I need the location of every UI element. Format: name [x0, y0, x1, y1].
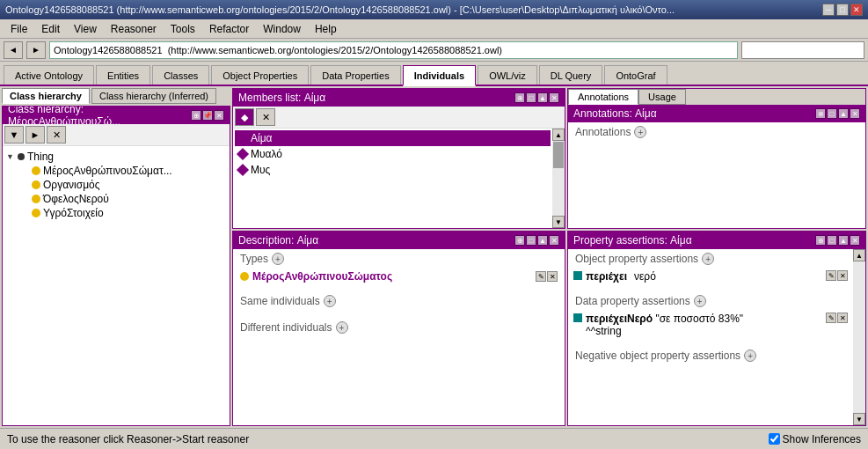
menu-help[interactable]: Help [308, 21, 344, 37]
obj-prop-edit-btn[interactable]: ✎ [826, 270, 836, 281]
tab-active-ontology[interactable]: Active Ontology [4, 65, 94, 85]
members-max-btn[interactable]: ▲ [537, 92, 548, 103]
type-delete-btn[interactable]: ✕ [547, 271, 558, 282]
tab-individuals[interactable]: Individuals [403, 65, 476, 86]
members-sync-btn[interactable]: ⊕ [514, 92, 525, 103]
add-different-btn[interactable]: + [336, 321, 348, 334]
members-close-btn[interactable]: ✕ [549, 92, 559, 103]
member-item-mys[interactable]: Μυς [235, 162, 551, 178]
members-scrollbar[interactable]: ▲ ▼ [552, 129, 565, 228]
maximize-button[interactable]: □ [836, 4, 849, 16]
close-button[interactable]: ✕ [850, 4, 863, 16]
show-inferences-input[interactable] [769, 433, 780, 445]
menu-bar: FileEditViewReasonerToolsRefactorWindowH… [0, 19, 868, 39]
tab-object-properties[interactable]: Object Properties [211, 65, 309, 85]
add-member-btn[interactable]: ◆ [235, 108, 254, 126]
menu-refactor[interactable]: Refactor [202, 21, 256, 37]
annot-max-btn[interactable]: ▲ [838, 108, 849, 119]
prop-close-btn[interactable]: ✕ [850, 235, 860, 246]
menu-view[interactable]: View [67, 21, 104, 37]
usage-tab[interactable]: Usage [638, 89, 686, 105]
scroll-up-btn[interactable]: ▲ [552, 129, 565, 141]
show-inferences-checkbox[interactable]: Show Inferences [769, 433, 861, 445]
back-button[interactable]: ◄ [4, 41, 23, 59]
thing-label: Thing [27, 151, 54, 163]
remove-member-btn[interactable]: ✕ [256, 108, 275, 126]
expand-btn[interactable]: ▼ [4, 126, 24, 144]
property-scrollbar[interactable]: ▲ ▼ [853, 249, 865, 425]
collapse-btn[interactable]: ► [26, 126, 45, 144]
tree-item-thing[interactable]: ▼ Thing [6, 150, 226, 164]
clear-btn[interactable]: ✕ [47, 126, 66, 144]
close-panel-btn[interactable]: ✕ [214, 110, 224, 121]
menu-window[interactable]: Window [256, 21, 308, 37]
sync-btn[interactable]: ⊕ [191, 110, 201, 121]
desc-header-buttons: ⊕ □ ▲ ✕ [514, 235, 559, 246]
members-with-scroll: Αίμα Μυαλό Μυς ▲ [233, 129, 565, 228]
tab-classes[interactable]: Classes [152, 65, 209, 85]
desc-sync-btn[interactable]: ⊕ [514, 235, 525, 246]
address-input[interactable] [49, 41, 738, 59]
tab-owl/viz[interactable]: OWL/viz [478, 65, 537, 85]
search-input[interactable] [741, 41, 864, 59]
class-hierarchy-inferred-tab[interactable]: Class hierarchy (Inferred) [91, 88, 216, 104]
prop-sync-btn[interactable]: ⊕ [815, 235, 826, 246]
menu-file[interactable]: File [4, 21, 34, 37]
add-type-btn[interactable]: + [272, 253, 284, 265]
minimize-button[interactable]: ─ [822, 4, 835, 16]
tab-dl-query[interactable]: DL Query [539, 65, 603, 85]
tab-ontograf[interactable]: OntoGraf [604, 65, 667, 85]
member-item-myalo[interactable]: Μυαλό [235, 146, 551, 162]
type-edit-btn[interactable]: ✎ [536, 271, 546, 282]
thing-icon [18, 153, 25, 160]
add-data-prop-btn[interactable]: + [694, 295, 706, 307]
obj-prop-label: Object property assertions [575, 253, 698, 265]
center-right-area: Members list: Αίμα ⊕ □ ▲ ✕ ◆ ✕ [232, 88, 866, 426]
tree-item-ofelos[interactable]: ΌφελοςΝερού [20, 192, 226, 206]
prop-scroll-down[interactable]: ▼ [853, 413, 865, 425]
add-annotation-btn[interactable]: + [634, 126, 646, 138]
tab-entities[interactable]: Entities [96, 65, 150, 85]
annotations-tab[interactable]: Annotations [568, 89, 638, 105]
members-pin-btn[interactable]: □ [526, 92, 536, 103]
tab-data-properties[interactable]: Data Properties [310, 65, 400, 85]
prop-pin-btn[interactable]: □ [827, 235, 837, 246]
obj-prop-del-btn[interactable]: ✕ [837, 270, 848, 281]
add-same-btn[interactable]: + [324, 295, 336, 307]
prop-scroll-up[interactable]: ▲ [853, 249, 865, 261]
class-hierarchy-header: Class hierarchy: ΜέροςΑνθρώπινουΣώ... ⊕ … [3, 107, 230, 124]
class-hierarchy-tab[interactable]: Class hierarchy [2, 88, 90, 104]
data-prop-del-btn[interactable]: ✕ [837, 313, 848, 323]
tree-item-meros[interactable]: ΜέροςΑνθρώπινουΣώματ... [20, 164, 226, 178]
data-prop-item-periexeinero: περιέχειΝερό "σε ποσοστό 83%" ^^string ✎… [568, 311, 853, 339]
annot-sync-btn[interactable]: ⊕ [815, 108, 826, 119]
title-bar: Ontology1426588088521 (http://www.semant… [0, 0, 868, 19]
prop-max-btn[interactable]: ▲ [838, 235, 849, 246]
obj-prop-name: περιέχει [586, 270, 627, 283]
data-prop-name-value: περιέχειΝερό "σε ποσοστό 83%" [586, 313, 743, 325]
desc-max-btn[interactable]: ▲ [537, 235, 548, 246]
annot-close-btn[interactable]: ✕ [850, 108, 860, 119]
main-content: Class hierarchy Class hierarchy (Inferre… [0, 86, 868, 428]
add-neg-obj-prop-btn[interactable]: + [744, 350, 756, 362]
add-obj-prop-btn[interactable]: + [702, 253, 714, 265]
tree-item-ygro[interactable]: ΥγρόΣτοιχείο [20, 206, 226, 220]
tree-item-organismos[interactable]: Οργανισμός [20, 178, 226, 192]
menu-reasoner[interactable]: Reasoner [104, 21, 164, 37]
ofelos-icon [32, 195, 40, 203]
menu-edit[interactable]: Edit [34, 21, 67, 37]
annot-header-buttons: ⊕ □ ▲ ✕ [815, 108, 860, 119]
member-item-aima[interactable]: Αίμα [235, 130, 551, 146]
desc-close-btn[interactable]: ✕ [549, 235, 559, 246]
annot-pin-btn[interactable]: □ [827, 108, 837, 119]
different-individuals-section: Different individuals + [233, 318, 565, 337]
data-prop-edit-btn[interactable]: ✎ [826, 313, 836, 323]
desc-pin-btn[interactable]: □ [526, 235, 536, 246]
forward-button[interactable]: ► [26, 41, 46, 59]
annotations-header: Annotations: Αίμα ⊕ □ ▲ ✕ [568, 105, 865, 122]
scroll-down-btn[interactable]: ▼ [552, 216, 565, 228]
types-label: Types [240, 253, 268, 265]
property-title: Property assertions: Αίμα [573, 234, 692, 247]
menu-tools[interactable]: Tools [164, 21, 202, 37]
pin-btn[interactable]: 📌 [202, 110, 213, 121]
